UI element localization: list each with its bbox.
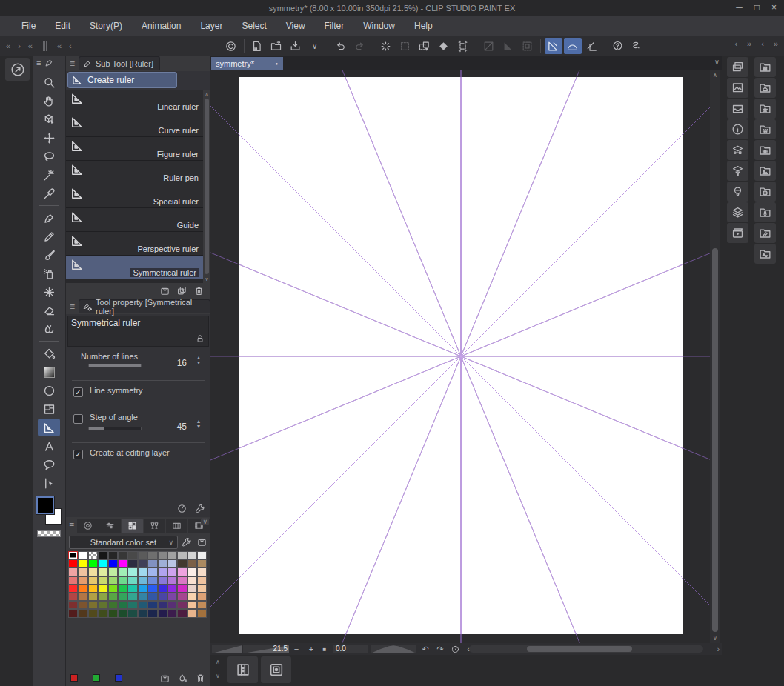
convert-selection-button[interactable] — [416, 38, 433, 54]
scroll-thumb[interactable] — [205, 99, 209, 274]
tab-intermediate-color[interactable] — [166, 519, 187, 533]
color-swatch[interactable] — [78, 593, 87, 601]
color-swatch[interactable] — [127, 576, 137, 585]
quick-mask-button[interactable] — [435, 38, 453, 54]
reselect-button[interactable] — [396, 38, 414, 54]
color-swatch[interactable] — [88, 585, 98, 593]
material-all-button[interactable] — [754, 57, 776, 77]
zoom-out-button[interactable]: − — [290, 643, 303, 655]
color-swatch[interactable] — [197, 609, 207, 617]
color-swatch[interactable] — [88, 601, 98, 609]
color-swatch[interactable] — [108, 559, 118, 567]
color-swatch[interactable] — [108, 593, 118, 601]
color-swatch[interactable] — [167, 609, 177, 617]
panel-menu-icon[interactable]: ≡ — [70, 302, 75, 312]
color-swatch[interactable] — [98, 609, 107, 617]
chevron-down-icon[interactable]: ∨ — [216, 673, 220, 679]
color-swatch[interactable] — [118, 585, 127, 593]
panel-menu-icon[interactable]: ≡ — [70, 59, 75, 69]
import-color-set-icon[interactable] — [196, 536, 207, 547]
menu-filter[interactable]: Filter — [315, 16, 354, 36]
color-swatch[interactable] — [138, 593, 147, 601]
minimize-button[interactable]: ─ — [736, 2, 743, 13]
step-of-angle-value[interactable]: 45 — [177, 422, 187, 432]
color-swatch[interactable] — [138, 559, 147, 567]
duplicate-subtool-icon[interactable] — [176, 285, 187, 296]
color-swatch[interactable] — [98, 567, 107, 576]
color-swatch[interactable] — [98, 601, 107, 609]
chevron-up-icon[interactable]: ∧ — [216, 659, 220, 665]
color-swatch[interactable] — [147, 593, 157, 601]
reset-rotation-icon[interactable] — [448, 643, 462, 655]
color-swatch[interactable] — [167, 551, 177, 559]
color-swatch[interactable] — [187, 559, 197, 567]
color-swatch[interactable] — [98, 593, 107, 601]
material-pattern-button[interactable] — [754, 140, 776, 160]
color-set-dropdown[interactable]: Standard color set ∨ — [69, 536, 178, 549]
color-swatch[interactable] — [88, 593, 98, 601]
number-of-lines-slider[interactable] — [88, 364, 142, 367]
subtool-panel-tab[interactable]: Sub Tool [Ruler] — [79, 56, 160, 70]
color-swatch[interactable] — [158, 576, 167, 585]
collapse-left-icon[interactable]: « — [57, 41, 62, 50]
color-swatch[interactable] — [167, 585, 177, 593]
color-swatch[interactable] — [88, 559, 98, 567]
information-button[interactable] — [727, 119, 748, 139]
collapse-icon[interactable]: ‹ — [761, 39, 764, 48]
timeline-button[interactable] — [727, 223, 748, 243]
hand-tool[interactable] — [38, 92, 60, 110]
color-swatch[interactable] — [138, 576, 147, 585]
color-swatch[interactable] — [127, 609, 137, 617]
subtool-item-curve-ruler[interactable]: Curve ruler — [66, 113, 203, 137]
redo-button[interactable] — [351, 38, 369, 54]
how-to-use-button[interactable] — [609, 38, 627, 54]
open-file-button[interactable] — [268, 38, 285, 54]
add-color-icon[interactable] — [177, 673, 188, 684]
rotate-ccw-button[interactable]: ↶ — [419, 643, 432, 655]
color-swatch[interactable] — [177, 593, 187, 601]
step-of-angle-slider[interactable] — [88, 427, 142, 430]
color-swatch[interactable] — [158, 601, 167, 609]
clip-studio-button[interactable] — [5, 58, 30, 81]
snap-off-button[interactable] — [480, 38, 498, 54]
color-swatch[interactable] — [138, 567, 147, 576]
material-tone-button[interactable] — [754, 119, 776, 139]
panel-menu-icon[interactable]: ≡ — [36, 59, 41, 67]
material-star-button[interactable] — [754, 99, 776, 119]
dock-handle[interactable] — [43, 41, 47, 51]
color-swatch[interactable] — [158, 593, 167, 601]
color-swatch[interactable] — [127, 585, 137, 593]
color-swatch[interactable] — [167, 601, 177, 609]
color-swatch[interactable] — [158, 567, 167, 576]
menu-layer[interactable]: Layer — [190, 16, 232, 36]
material-edit-button[interactable] — [754, 223, 776, 243]
item-bank-button[interactable] — [727, 99, 748, 119]
color-swatch[interactable] — [147, 567, 157, 576]
color-swatch[interactable] — [197, 559, 207, 567]
color-swatch[interactable] — [98, 576, 107, 585]
expand-icon[interactable]: » — [747, 39, 751, 48]
color-swatch[interactable] — [167, 567, 177, 576]
color-swatch[interactable] — [68, 567, 78, 576]
decoration-tool[interactable] — [38, 283, 60, 301]
figure-tool[interactable] — [38, 382, 60, 399]
rotation-slider[interactable] — [371, 645, 416, 653]
color-swatch[interactable] — [78, 559, 87, 567]
color-swatch[interactable] — [147, 551, 157, 559]
color-swatch[interactable] — [68, 559, 78, 567]
color-swatch[interactable] — [167, 559, 177, 567]
move-layer-tool[interactable] — [38, 129, 60, 147]
horizontal-scroll-thumb[interactable] — [527, 646, 632, 652]
fill-tool[interactable] — [38, 344, 60, 362]
collapse-left-icon[interactable]: « — [28, 41, 33, 50]
color-swatch[interactable] — [68, 593, 78, 601]
lock-icon[interactable] — [195, 333, 205, 344]
subtool-item-guide[interactable]: Guide — [66, 208, 203, 232]
color-swatch[interactable] — [158, 609, 167, 617]
color-swatch[interactable] — [147, 585, 157, 593]
material-home-button[interactable] — [754, 78, 776, 98]
document-tab[interactable]: symmetry* ● — [211, 57, 283, 70]
color-swatch[interactable] — [167, 593, 177, 601]
expand-icon[interactable]: » — [774, 39, 778, 48]
color-swatch[interactable] — [127, 559, 137, 567]
